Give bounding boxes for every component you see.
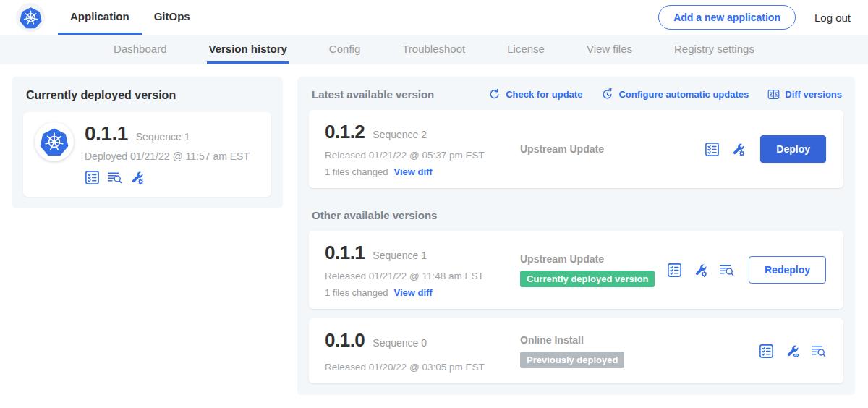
view-diff-link[interactable]: View diff <box>393 287 432 298</box>
add-application-button[interactable]: Add a new application <box>658 5 796 30</box>
deploy-logs-icon[interactable] <box>811 344 826 359</box>
deploy-logs-icon[interactable] <box>719 263 734 278</box>
redeploy-button[interactable]: Redeploy <box>749 256 826 284</box>
subnav-tab-license[interactable]: License <box>506 35 546 64</box>
version-source-label: Upstream Update <box>520 143 705 155</box>
preflight-checks-icon[interactable] <box>85 170 100 185</box>
deployed-timestamp: Deployed 01/21/22 @ 11:57 am EST <box>85 150 250 162</box>
released-timestamp: Released 01/21/22 @ 11:48 am EST <box>325 271 510 281</box>
other-versions-heading: Other available versions <box>312 209 843 221</box>
deployed-version-number: 0.1.1 <box>85 122 128 145</box>
auto-update-icon <box>601 88 613 101</box>
diff-icon <box>767 88 780 101</box>
version-card-0-1-2: 0.1.2 Sequence 2 Released 01/21/22 @ 05:… <box>309 110 843 188</box>
currently-deployed-badge: Currently deployed version <box>520 271 655 287</box>
deployed-panel-title: Currently deployed version <box>26 89 271 102</box>
version-source-label: Online Install <box>520 334 759 346</box>
logout-button[interactable]: Log out <box>814 12 851 24</box>
subnav-tab-config[interactable]: Config <box>328 35 362 64</box>
version-source-label: Upstream Update <box>520 253 667 265</box>
check-for-update-label: Check for update <box>506 89 582 100</box>
deploy-button[interactable]: Deploy <box>760 135 826 163</box>
header-tabs: Application GitOps <box>58 0 203 35</box>
sequence-label: Sequence 2 <box>373 129 427 140</box>
preflight-checks-icon[interactable] <box>759 344 774 359</box>
released-timestamp: Released 01/21/22 @ 05:37 pm EST <box>325 150 510 161</box>
main-content: Currently deployed version 0.1.1 Sequenc… <box>0 64 868 395</box>
deployed-version-card: 0.1.1 Sequence 1 Deployed 01/21/22 @ 11:… <box>23 112 271 197</box>
version-number: 0.1.2 <box>325 121 365 143</box>
config-icon[interactable] <box>731 142 746 157</box>
files-changed-label: 1 files changed <box>325 287 388 298</box>
diff-versions-label: Diff versions <box>785 89 842 100</box>
latest-version-heading: Latest available version <box>312 88 434 101</box>
files-changed-label: 1 files changed <box>325 166 388 177</box>
deploy-logs-icon[interactable] <box>107 170 122 185</box>
released-timestamp: Released 01/20/22 @ 03:05 pm EST <box>325 362 510 373</box>
subnav-tab-dashboard[interactable]: Dashboard <box>112 35 168 64</box>
subnav-tab-registry-settings[interactable]: Registry settings <box>673 35 756 64</box>
previously-deployed-badge: Previously deployed <box>520 352 624 368</box>
tab-gitops[interactable]: GitOps <box>142 0 203 35</box>
subnav-tab-view-files[interactable]: View files <box>585 35 634 64</box>
subnav-tab-troubleshoot[interactable]: Troubleshoot <box>401 35 467 64</box>
sequence-label: Sequence 1 <box>373 250 427 261</box>
diff-versions-link[interactable]: Diff versions <box>767 88 842 101</box>
refresh-icon <box>488 88 501 101</box>
subnav-tab-version-history[interactable]: Version history <box>207 35 288 64</box>
app-kubernetes-logo <box>35 122 74 161</box>
config-icon[interactable] <box>129 170 145 185</box>
sequence-label: Sequence 0 <box>373 337 427 349</box>
tab-application[interactable]: Application <box>58 0 142 35</box>
preflight-checks-icon[interactable] <box>667 263 682 278</box>
currently-deployed-panel: Currently deployed version 0.1.1 Sequenc… <box>12 77 283 208</box>
kubernetes-logo <box>16 3 45 32</box>
version-history-panel: Latest available version Check for updat… <box>297 77 855 395</box>
version-card-0-1-1: 0.1.1 Sequence 1 Released 01/21/22 @ 11:… <box>309 231 843 309</box>
top-header: Application GitOps Add a new application… <box>0 0 868 35</box>
configure-automatic-updates-link[interactable]: Configure automatic updates <box>601 88 749 101</box>
config-icon[interactable] <box>693 263 708 278</box>
version-number: 0.1.0 <box>325 329 365 352</box>
preflight-checks-icon[interactable] <box>705 142 720 157</box>
config-view-icon[interactable] <box>785 344 800 359</box>
version-number: 0.1.1 <box>325 242 365 264</box>
configure-automatic-updates-label: Configure automatic updates <box>618 89 749 100</box>
view-diff-link[interactable]: View diff <box>393 166 432 177</box>
check-for-update-link[interactable]: Check for update <box>488 88 582 101</box>
version-card-0-1-0: 0.1.0 Sequence 0 Released 01/20/22 @ 03:… <box>309 318 843 383</box>
app-subnav: Dashboard Version history Config Trouble… <box>0 35 868 64</box>
deployed-sequence-label: Sequence 1 <box>136 131 190 143</box>
